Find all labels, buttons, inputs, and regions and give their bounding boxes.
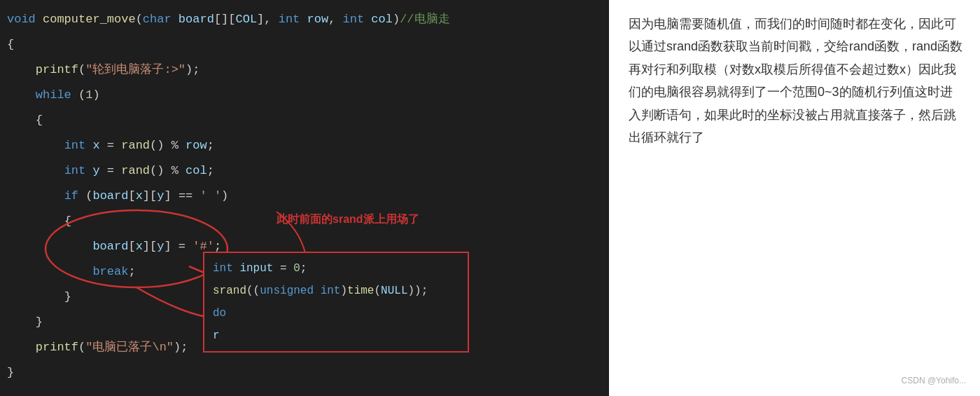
popup-line-2: srand((unsigned int)time(NULL)); — [213, 280, 459, 302]
param-board: board — [178, 7, 214, 32]
code-line-2: printf("轮到电脑落子:>"); — [7, 57, 609, 83]
code-line-6: int y = rand() % col; — [7, 158, 609, 184]
popup-box: int input = 0; srand((unsigned int)time(… — [203, 252, 469, 353]
text-panel: 因为电脑需要随机值，而我们的时间随时都在变化，因此可以通过srand函数获取当前… — [609, 0, 980, 396]
description-text: 因为电脑需要随机值，而我们的时间随时都在变化，因此可以通过srand函数获取当前… — [629, 13, 963, 149]
param-col: col — [371, 7, 393, 32]
popup-line-4: r — [213, 325, 459, 347]
const-col: COL — [235, 7, 257, 32]
keyword-void: void — [7, 7, 43, 32]
keyword-int1: int — [279, 7, 307, 32]
watermark: CSDN @Yohifo... — [902, 374, 966, 389]
popup-line-1: int input = 0; — [213, 257, 459, 280]
code-line-7: if (board[x][y] == ' ') — [7, 184, 609, 209]
code-line-5: int x = rand() % row; — [7, 133, 609, 158]
annotation-text: 此时前面的srand派上用场了 — [276, 207, 419, 232]
code-line-1: { — [7, 32, 609, 57]
function-name: computer_move — [43, 7, 136, 32]
keyword-char: char — [143, 7, 178, 32]
code-panel: void computer_move(char board[][COL], in… — [0, 0, 609, 396]
code-line-3: while (1) — [7, 83, 609, 108]
code-header-line: void computer_move(char board[][COL], in… — [7, 7, 609, 32]
code-line-4: { — [7, 108, 609, 133]
punc: ( — [136, 7, 143, 32]
keyword-int2: int — [343, 7, 372, 32]
comment-header: //电脑走 — [400, 7, 449, 32]
popup-line-3: do — [213, 302, 459, 325]
param-row: row — [307, 7, 329, 32]
code-line-14: } — [7, 360, 609, 385]
